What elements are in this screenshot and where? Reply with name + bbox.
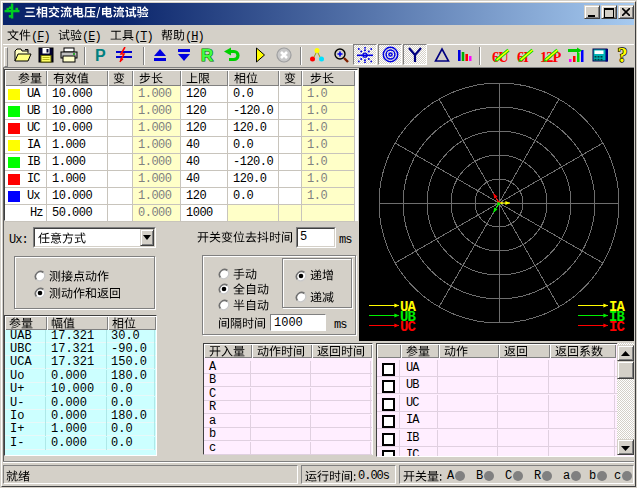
svg-text:UC: UC bbox=[400, 319, 416, 335]
svg-text:?: ? bbox=[617, 47, 626, 63]
svg-text:P: P bbox=[95, 47, 106, 63]
svg-text:R: R bbox=[201, 47, 213, 63]
svg-text:IC: IC bbox=[609, 319, 625, 335]
